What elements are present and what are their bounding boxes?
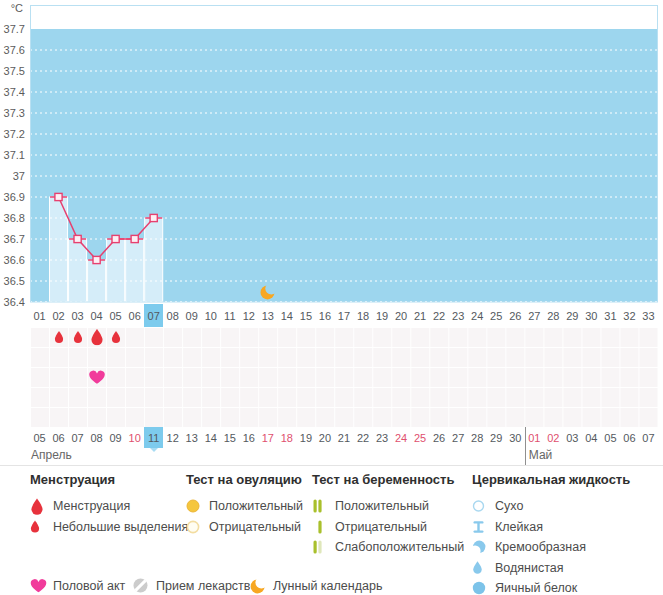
cycle-day-cell[interactable]: 01 [30,304,49,327]
date-cell[interactable]: 25 [411,427,430,448]
date-cell[interactable]: 28 [468,427,487,448]
menstruation-symbol [111,331,121,344]
cycle-day-cell[interactable]: 04 [87,304,106,327]
cycle-day-cell[interactable]: 30 [582,304,601,327]
legend-header: Тест на овуляцию [186,472,303,487]
date-cell[interactable]: 10 [125,427,144,448]
date-cell[interactable]: 06 [620,427,639,448]
date-cell[interactable]: 29 [487,427,506,448]
date-cell[interactable]: 19 [296,427,315,448]
cycle-day-cell[interactable]: 27 [525,304,544,327]
date-cell[interactable]: 26 [430,427,449,448]
date-cell[interactable]: 05 [30,427,49,448]
cycle-day-cell[interactable]: 05 [106,304,125,327]
drop-large-icon [30,498,44,515]
bbt-chart-page: °C 37.737.637.537.437.337.237.13736.936.… [0,0,663,595]
date-cell[interactable]: 02 [544,427,563,448]
date-cell[interactable]: 01 [525,427,544,448]
date-cell[interactable]: 24 [392,427,411,448]
cycle-day-cell[interactable]: 16 [315,304,334,327]
month-divider [525,427,526,465]
cycle-day-cell[interactable]: 02 [49,304,68,327]
drop-small-icon [73,331,83,344]
symbol-grid [30,327,658,427]
cycle-day-cell[interactable]: 32 [620,304,639,327]
date-cell[interactable]: 14 [201,427,220,448]
cycle-day-cell[interactable]: 28 [544,304,563,327]
cycle-day-cell[interactable]: 12 [239,304,258,327]
heart-icon [88,370,105,385]
legend-item-label: Водянистая [495,561,564,575]
cycle-day-cell[interactable]: 21 [411,304,430,327]
cycle-day-cell[interactable]: 03 [68,304,87,327]
date-cell[interactable]: 18 [277,427,296,448]
date-cell[interactable]: 07 [68,427,87,448]
date-cell[interactable]: 27 [449,427,468,448]
cycle-day-cell[interactable]: 20 [392,304,411,327]
cycle-day-cell[interactable]: 18 [354,304,373,327]
intercourse-symbol [88,370,105,385]
date-cell[interactable]: 15 [220,427,239,448]
date-cell[interactable]: 13 [182,427,201,448]
legend-item-label: Отрицательный [335,520,427,534]
legend-column: Цервикальная жидкостьСухоКлейкаяКремообр… [472,472,630,595]
legend-header: Цервикальная жидкость [472,472,630,487]
date-cell[interactable]: 20 [315,427,334,448]
date-cell[interactable]: 06 [49,427,68,448]
cycle-day-cell[interactable]: 06 [125,304,144,327]
cycle-day-cell[interactable]: 22 [430,304,449,327]
legend-item: Менструация [30,496,188,517]
cycle-day-cell[interactable]: 13 [258,304,277,327]
date-cell[interactable]: 12 [163,427,182,448]
cycle-day-cell[interactable]: 15 [296,304,315,327]
date-cell[interactable]: 21 [334,427,353,448]
cycle-day-cell[interactable]: 08 [163,304,182,327]
legend-icon-box [472,561,495,574]
date-cell[interactable]: 04 [582,427,601,448]
date-cell[interactable]: 07 [639,427,658,448]
date-cell[interactable]: 03 [563,427,582,448]
temp-marker [150,214,157,221]
legend-icon-box [312,499,335,513]
cycle-day-cell[interactable]: 07 [144,304,163,327]
date-cell[interactable]: 11 [144,427,163,448]
drop-small-icon [54,331,64,344]
legend-item: Прием лекарств [133,576,250,595]
cycle-day-cell[interactable]: 29 [563,304,582,327]
legend-item-label: Лунный календарь [273,579,382,593]
cycle-day-cell[interactable]: 31 [601,304,620,327]
cycle-day-cell[interactable]: 33 [639,304,658,327]
date-cell[interactable]: 08 [87,427,106,448]
legend-column: МенструацияМенструацияНебольшие выделени… [30,472,188,537]
date-cell[interactable]: 22 [354,427,373,448]
cycle-day-cell[interactable]: 26 [506,304,525,327]
legend-icon-box [133,578,156,593]
cycle-day-cell[interactable]: 11 [220,304,239,327]
legend-item-label: Сухо [495,499,523,513]
legend-icon-box [30,578,53,593]
cycle-day-cell[interactable]: 17 [334,304,353,327]
calendar-bottom-border [0,465,663,466]
legend-icon-box [472,581,495,595]
legend-item: Яичный белок [472,578,630,595]
ibeam-blue-icon [472,520,485,534]
date-cell[interactable]: 05 [601,427,620,448]
date-cell[interactable]: 17 [258,427,277,448]
legend-icon-box [472,499,495,513]
cycle-day-cell[interactable]: 09 [182,304,201,327]
date-cell[interactable]: 30 [506,427,525,448]
cycle-day-cell[interactable]: 25 [487,304,506,327]
legend-item-label: Положительный [209,499,303,513]
cycle-day-cell[interactable]: 10 [201,304,220,327]
temperature-plot [0,0,663,310]
temp-marker [112,235,119,242]
cycle-day-cell[interactable]: 24 [468,304,487,327]
date-cell[interactable]: 16 [239,427,258,448]
date-cell[interactable]: 23 [373,427,392,448]
cycle-day-cell[interactable]: 14 [277,304,296,327]
cycle-day-cell[interactable]: 19 [373,304,392,327]
cycle-day-cell[interactable]: 23 [449,304,468,327]
test-two-bars-icon [312,499,325,513]
legend-item-label: Клейкая [495,520,543,534]
date-cell[interactable]: 09 [106,427,125,448]
